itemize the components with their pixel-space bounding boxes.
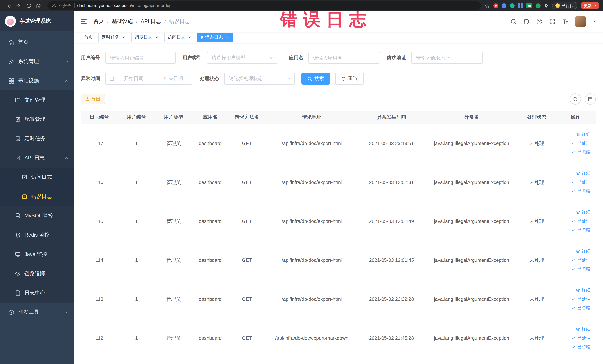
sidebar-item-error-log[interactable]: 错误日志 xyxy=(0,187,74,206)
refresh-table-button[interactable] xyxy=(570,94,581,105)
sidebar-item-mysql-monitor[interactable]: MySQL 监控 xyxy=(0,206,74,225)
sidebar-item-log-center[interactable]: 日志中心 xyxy=(0,283,74,303)
app-name-input[interactable] xyxy=(308,52,380,64)
cell-method: GET xyxy=(228,318,266,357)
home-nav-icon[interactable] xyxy=(36,3,42,8)
user-id-input[interactable] xyxy=(105,52,176,64)
mark-ignored-link[interactable]: 已忽略 xyxy=(571,266,591,272)
sidebar-item-config-management[interactable]: 配置管理 xyxy=(0,110,74,129)
columns-grid-icon xyxy=(588,96,593,102)
tab-access-log[interactable]: 访问日志 × xyxy=(164,33,195,42)
sidebar-toggle-icon[interactable] xyxy=(80,18,88,25)
tab-home[interactable]: 首页 xyxy=(81,33,96,42)
update-button[interactable]: 更新 xyxy=(580,2,600,9)
kebab-menu-icon[interactable] xyxy=(595,5,596,6)
detail-link[interactable]: 详细 xyxy=(576,287,591,293)
github-icon[interactable] xyxy=(523,18,530,25)
extension-icon-red[interactable] xyxy=(493,3,498,8)
sidebar-item-label: 系统管理 xyxy=(18,58,39,65)
detail-link[interactable]: 详细 xyxy=(576,326,591,332)
sidebar-item-scheduled-tasks[interactable]: 定时任务 xyxy=(0,129,74,148)
help-icon[interactable] xyxy=(536,18,543,25)
extension-icon-leaf[interactable] xyxy=(535,3,540,8)
extension-icon-blue[interactable] xyxy=(501,3,506,8)
mark-ignored-link[interactable]: 已忽略 xyxy=(571,344,591,350)
mark-ignored-link[interactable]: 已忽略 xyxy=(571,305,591,311)
mark-processed-link[interactable]: 已处理 xyxy=(571,335,591,341)
reset-button[interactable]: 重置 xyxy=(335,73,364,84)
close-icon[interactable]: × xyxy=(121,35,126,40)
mark-processed-link[interactable]: 已处理 xyxy=(571,218,591,224)
detail-link[interactable]: 详细 xyxy=(576,209,591,215)
forward-icon[interactable] xyxy=(16,3,22,8)
home-icon xyxy=(8,39,14,46)
column-header-request-url: 请求地址 xyxy=(266,110,358,124)
cell-user-id: 1 xyxy=(118,241,155,280)
detail-link[interactable]: 详细 xyxy=(576,170,591,176)
breadcrumb-home[interactable]: 首页 xyxy=(93,18,104,25)
avatar[interactable] xyxy=(575,16,586,27)
process-status-select[interactable]: 请选择处理状态 xyxy=(224,73,295,84)
tab-label: 首页 xyxy=(84,34,93,40)
close-icon[interactable]: × xyxy=(225,35,230,40)
close-icon[interactable]: × xyxy=(187,35,192,40)
tab-dispatch-log[interactable]: 调度日志 × xyxy=(131,33,162,42)
breadcrumb-infrastructure[interactable]: 基础设施 xyxy=(112,18,133,25)
reload-icon[interactable] xyxy=(26,3,32,8)
column-header-exception-name: 异常名 xyxy=(425,110,518,124)
sidebar-item-dev-tools[interactable]: 研发工具 xyxy=(0,303,74,322)
caret-down-icon[interactable] xyxy=(592,20,596,23)
sidebar-item-file-management[interactable]: 文件管理 xyxy=(0,91,74,110)
mark-ignored-link[interactable]: 已忽略 xyxy=(571,227,591,233)
refresh-icon xyxy=(341,76,346,81)
detail-link[interactable]: 详细 xyxy=(576,248,591,254)
font-size-icon[interactable] xyxy=(562,18,569,25)
fullscreen-icon[interactable] xyxy=(549,18,556,25)
column-settings-button[interactable] xyxy=(585,94,596,105)
extension-on-badge[interactable]: on xyxy=(526,3,532,8)
cell-exception-time: 2021-05-03 12:02:31 xyxy=(358,163,425,202)
back-icon[interactable] xyxy=(6,3,12,8)
cell-exception-name: java.lang.IllegalArgumentException xyxy=(425,163,518,202)
mark-processed-link[interactable]: 已处理 xyxy=(571,257,591,263)
sidebar-item-home[interactable]: 首页 xyxy=(0,33,74,52)
breadcrumb-api-log[interactable]: API 日志 xyxy=(141,18,161,25)
mark-processed-link[interactable]: 已处理 xyxy=(571,179,591,186)
sidebar-item-trace[interactable]: 链路追踪 xyxy=(0,264,74,283)
action-label: 已处理 xyxy=(577,335,591,341)
paused-badge[interactable]: 已暂停 xyxy=(552,2,577,9)
mark-ignored-link[interactable]: 已忽略 xyxy=(571,149,591,155)
sidebar-item-label: MySQL 监控 xyxy=(24,212,53,219)
sidebar-item-redis-monitor[interactable]: Redis 监控 xyxy=(0,225,74,245)
export-button[interactable]: 导出 xyxy=(81,94,105,104)
check-icon xyxy=(571,228,576,233)
close-icon[interactable]: × xyxy=(154,35,159,40)
date-range-picker[interactable]: 开始日期 - 结束日期 xyxy=(105,73,193,84)
search-button[interactable]: 搜索 xyxy=(302,73,330,84)
extension-icon-grid[interactable] xyxy=(518,3,522,8)
sidebar-item-java-monitor[interactable]: Java 监控 xyxy=(0,245,74,264)
search-icon xyxy=(307,76,312,81)
sidebar-item-system-management[interactable]: 系统管理 xyxy=(0,52,74,71)
action-label: 已处理 xyxy=(577,296,591,302)
address-bar[interactable]: 不安全 dashboard.yudao.iocoder.cn /infra/lo… xyxy=(47,1,481,10)
mark-ignored-link[interactable]: 已忽略 xyxy=(571,188,591,194)
tab-error-log[interactable]: 错误日志 × xyxy=(197,33,233,42)
bookmark-star-icon[interactable] xyxy=(484,3,490,8)
request-url-input[interactable] xyxy=(411,52,483,64)
mark-processed-link[interactable]: 已处理 xyxy=(571,140,591,146)
cell-status: 未处理 xyxy=(518,318,555,357)
app-logo[interactable]: 芋道管理系统 xyxy=(0,11,74,31)
pin-icon[interactable] xyxy=(544,3,548,8)
extension-icon-teal[interactable] xyxy=(510,3,514,8)
browser-actions: on 已暂停 更新 xyxy=(484,2,600,9)
search-icon[interactable] xyxy=(510,18,517,25)
sidebar-item-api-log[interactable]: API 日志 xyxy=(0,148,74,168)
user-type-select[interactable]: 请选择用户类型 xyxy=(207,52,277,64)
detail-link[interactable]: 详细 xyxy=(576,131,591,138)
mark-processed-link[interactable]: 已处理 xyxy=(571,296,591,302)
sidebar-item-infrastructure[interactable]: 基础设施 xyxy=(0,71,74,91)
sidebar-item-access-log[interactable]: 访问日志 xyxy=(0,168,74,187)
date-separator: - xyxy=(153,76,154,82)
tab-scheduled-tasks[interactable]: 定时任务 × xyxy=(98,33,129,42)
